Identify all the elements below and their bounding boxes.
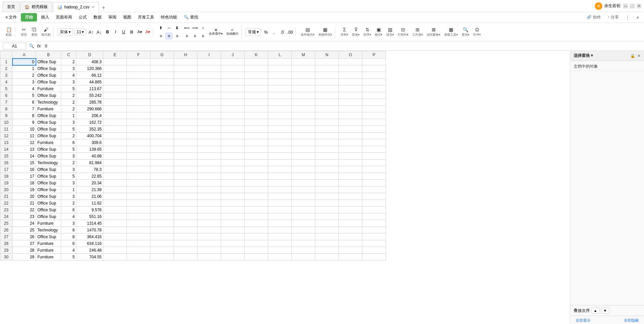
cell-d27[interactable]: 364.416 xyxy=(76,233,103,240)
cell-empty[interactable] xyxy=(103,207,127,213)
cell-c26[interactable]: 6 xyxy=(61,227,76,233)
cell-empty[interactable] xyxy=(221,200,245,207)
cell-b7[interactable]: Technology xyxy=(36,99,61,106)
cell-a13[interactable]: 12 xyxy=(12,139,36,146)
cell-empty[interactable] xyxy=(103,227,127,233)
freeze-button[interactable]: ⊠ 冻结窗格▾ xyxy=(425,26,442,38)
cell-c25[interactable]: 3 xyxy=(61,220,76,227)
cell-empty[interactable] xyxy=(268,65,292,72)
cell-empty[interactable] xyxy=(198,85,221,92)
cell-a17[interactable]: 16 xyxy=(12,166,36,173)
align-left-button[interactable]: ≡ xyxy=(157,32,165,40)
row-header-6[interactable]: 6 xyxy=(0,92,12,99)
cell-empty[interactable] xyxy=(362,207,386,213)
cell-empty[interactable] xyxy=(339,200,362,207)
cell-a29[interactable]: 28 xyxy=(12,247,36,254)
spreadsheet-scroll[interactable]: A B C D E F G H I J K L M N O xyxy=(0,51,570,324)
cell-empty[interactable] xyxy=(150,72,174,79)
cell-empty[interactable] xyxy=(315,106,339,112)
cell-empty[interactable] xyxy=(198,106,221,112)
cell-empty[interactable] xyxy=(315,207,339,213)
cell-empty[interactable] xyxy=(221,126,245,133)
cell-c3[interactable]: 4 xyxy=(61,72,76,79)
cell-empty[interactable] xyxy=(127,193,150,200)
cell-empty[interactable] xyxy=(268,159,292,166)
cell-empty[interactable] xyxy=(127,207,150,213)
cell-reference-input[interactable] xyxy=(3,43,26,49)
cell-empty[interactable] xyxy=(174,106,198,112)
cell-a20[interactable]: 19 xyxy=(12,186,36,193)
cell-a25[interactable]: 24 xyxy=(12,220,36,227)
cell-empty[interactable] xyxy=(150,139,174,146)
close-button[interactable]: ✕ xyxy=(637,4,641,8)
font-size-selector[interactable]: 11 ▾ xyxy=(74,29,86,35)
cell-d18[interactable]: 22.65 xyxy=(76,173,103,180)
cell-b5[interactable]: Furniture xyxy=(36,85,61,92)
special-menu[interactable]: 特色功能 xyxy=(158,13,180,22)
cell-empty[interactable] xyxy=(362,173,386,180)
cell-empty[interactable] xyxy=(268,186,292,193)
cell-empty[interactable] xyxy=(127,200,150,207)
cell-empty[interactable] xyxy=(245,166,268,173)
cell-empty[interactable] xyxy=(198,247,221,254)
cell-empty[interactable] xyxy=(362,186,386,193)
row-header-11[interactable]: 11 xyxy=(0,126,12,133)
cell-c16[interactable]: 2 xyxy=(61,159,76,166)
z-order-up-button[interactable]: ▲ xyxy=(591,308,600,314)
cell-empty[interactable] xyxy=(362,254,386,260)
cell-empty[interactable] xyxy=(103,126,127,133)
table-tool-button[interactable]: ▩ 表格工具▾ xyxy=(443,26,459,38)
cell-empty[interactable] xyxy=(103,173,127,180)
cell-empty[interactable] xyxy=(245,173,268,180)
cell-empty[interactable] xyxy=(221,72,245,79)
cell-empty[interactable] xyxy=(339,166,362,173)
cell-empty[interactable] xyxy=(150,207,174,213)
cell-b3[interactable]: Office Sup xyxy=(36,72,61,79)
cell-empty[interactable] xyxy=(221,119,245,126)
cell-empty[interactable] xyxy=(245,159,268,166)
cell-empty[interactable] xyxy=(174,193,198,200)
cell-empty[interactable] xyxy=(292,119,315,126)
cell-d28[interactable]: 634.116 xyxy=(76,240,103,247)
indent-inc-button[interactable]: ⟹ xyxy=(191,24,199,32)
cell-empty[interactable] xyxy=(268,72,292,79)
cell-c15[interactable]: 3 xyxy=(61,153,76,159)
row-header-19[interactable]: 19 xyxy=(0,180,12,186)
cell-empty[interactable] xyxy=(198,207,221,213)
cell-empty[interactable] xyxy=(103,92,127,99)
insert-menu[interactable]: 插入 xyxy=(38,13,52,22)
col-header-k[interactable]: K xyxy=(245,51,268,59)
maximize-button[interactable]: ⬜ xyxy=(630,4,635,8)
cell-empty[interactable] xyxy=(362,139,386,146)
row-header-2[interactable]: 2 xyxy=(0,65,12,72)
cell-a24[interactable]: 23 xyxy=(12,213,36,220)
cell-b21[interactable]: Office Sup xyxy=(36,193,61,200)
row-header-3[interactable]: 3 xyxy=(0,72,12,79)
cell-empty[interactable] xyxy=(221,133,245,139)
cell-empty[interactable] xyxy=(245,139,268,146)
cell-b14[interactable]: Office Sup xyxy=(36,146,61,153)
cell-empty[interactable] xyxy=(127,79,150,85)
cell-empty[interactable] xyxy=(127,65,150,72)
number-format-selector[interactable]: 常规 ▾ xyxy=(246,28,261,36)
cell-empty[interactable] xyxy=(174,240,198,247)
cell-c13[interactable]: 6 xyxy=(61,139,76,146)
sum-button[interactable]: Σ 求和▾ xyxy=(339,26,350,38)
cell-empty[interactable] xyxy=(268,227,292,233)
collapse-button[interactable]: ∧ xyxy=(634,14,641,21)
format-button[interactable]: ▣ 格式▾ xyxy=(373,26,384,38)
cell-b28[interactable]: Furniture xyxy=(36,240,61,247)
cell-a6[interactable]: 5 xyxy=(12,92,36,99)
cell-empty[interactable] xyxy=(292,254,315,260)
cell-empty[interactable] xyxy=(221,180,245,186)
cell-empty[interactable] xyxy=(362,72,386,79)
cell-empty[interactable] xyxy=(339,65,362,72)
cell-b30[interactable]: Furniture xyxy=(36,254,61,260)
cell-empty[interactable] xyxy=(245,126,268,133)
cell-c27[interactable]: 8 xyxy=(61,233,76,240)
cell-empty[interactable] xyxy=(150,166,174,173)
cell-c28[interactable]: 6 xyxy=(61,240,76,247)
paste-button[interactable]: 📋 粘贴 xyxy=(4,26,13,38)
cell-empty[interactable] xyxy=(245,254,268,260)
formula-input[interactable] xyxy=(44,43,641,49)
